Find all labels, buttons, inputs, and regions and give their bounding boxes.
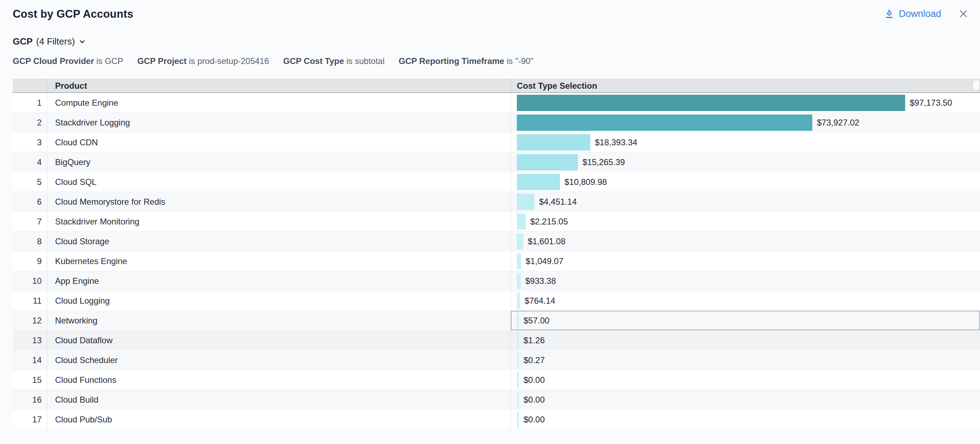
cost-bar [517, 273, 521, 289]
cost-value: $0.00 [523, 395, 545, 405]
close-button[interactable] [958, 8, 969, 20]
table-row: 16 Cloud Build $0.00 [13, 390, 980, 410]
header-product-cell[interactable]: Product [47, 79, 511, 92]
filter-condition: GCP Cost Type is subtotal [283, 56, 385, 66]
product-cell[interactable]: Cloud Storage [47, 232, 511, 251]
product-cell[interactable]: Stackdriver Logging [47, 113, 511, 132]
close-icon [958, 8, 969, 20]
condition-text: is subtotal [346, 56, 385, 66]
cost-bar [517, 134, 590, 150]
condition-field: GCP Cost Type [283, 56, 344, 66]
cost-cell[interactable]: $1,601.08 [511, 232, 980, 251]
row-index: 12 [13, 311, 47, 330]
cost-bar [517, 412, 519, 428]
cost-cell[interactable]: $10,809.98 [511, 172, 980, 192]
cost-cell[interactable]: $0.27 [511, 350, 980, 370]
row-index: 7 [13, 212, 47, 231]
modal-header: Cost by GCP Accounts Download [0, 0, 980, 21]
download-icon [884, 8, 894, 19]
cost-cell[interactable]: $73,927.02 [511, 113, 980, 132]
cost-value: $97,173.50 [910, 98, 952, 108]
cost-bar [517, 115, 812, 131]
cost-cell[interactable]: $1,049.07 [511, 251, 980, 271]
cost-cell[interactable]: $1.26 [511, 331, 980, 350]
cost-value: $933.38 [525, 276, 556, 286]
product-cell[interactable]: App Engine [47, 271, 511, 291]
cost-bar [517, 233, 523, 249]
row-index: 10 [13, 271, 47, 291]
product-cell[interactable]: Compute Engine [47, 93, 511, 112]
table-row: 9 Kubernetes Engine $1,049.07 [13, 251, 980, 271]
cost-cell[interactable]: $97,173.50 [511, 93, 980, 112]
cost-bar [517, 174, 560, 190]
table-row: 13 Cloud Dataflow $1.26 [13, 331, 980, 350]
product-cell[interactable]: Cloud Pub/Sub [47, 410, 511, 429]
header-actions: Download [884, 8, 969, 20]
cost-bar [517, 214, 526, 230]
page-title: Cost by GCP Accounts [13, 7, 134, 21]
row-index: 9 [13, 251, 47, 271]
cost-bar [517, 313, 519, 329]
cost-value: $10,809.98 [565, 177, 607, 187]
download-button[interactable]: Download [884, 8, 941, 19]
condition-field: GCP Reporting Timeframe [399, 56, 504, 66]
filter-group-label: GCP [13, 36, 32, 47]
row-index: 8 [13, 232, 47, 251]
product-cell[interactable]: Cloud Scheduler [47, 350, 511, 370]
product-cell[interactable]: Stackdriver Monitoring [47, 212, 511, 231]
product-cell[interactable]: Cloud Logging [47, 291, 511, 310]
cost-value: $4,451.14 [539, 197, 577, 207]
header-index-cell [13, 79, 47, 92]
product-cell[interactable]: Networking [47, 311, 511, 330]
cost-cell[interactable]: $4,451.14 [511, 192, 980, 211]
product-cell[interactable]: Cloud CDN [47, 133, 511, 152]
product-cell[interactable]: BigQuery [47, 152, 511, 172]
product-cell[interactable]: Cloud Dataflow [47, 331, 511, 350]
row-index: 3 [13, 133, 47, 152]
cost-cell[interactable]: $2,215.05 [511, 212, 980, 231]
cost-value: $1,601.08 [528, 236, 566, 246]
cost-cell[interactable]: $18,393.34 [511, 133, 980, 152]
filter-group-toggle[interactable]: GCP (4 Filters) [13, 36, 86, 47]
condition-field: GCP Cloud Provider [13, 56, 94, 66]
cost-value: $0.00 [523, 375, 545, 385]
filter-condition: GCP Cloud Provider is GCP [13, 56, 123, 66]
cost-cell[interactable]: $57.00 [511, 311, 980, 330]
table-row: 11 Cloud Logging $764.14 [13, 291, 980, 311]
table-row: 5 Cloud SQL $10,809.98 [13, 172, 980, 192]
cost-cell[interactable]: $15,265.39 [511, 152, 980, 172]
product-cell[interactable]: Cloud Memorystore for Redis [47, 192, 511, 211]
row-index: 13 [13, 331, 47, 350]
scrollbar-thumb[interactable] [973, 81, 979, 90]
filter-conditions: GCP Cloud Provider is GCP GCP Project is… [13, 56, 980, 66]
cost-cell[interactable]: $0.00 [511, 390, 980, 409]
condition-text: is prod-setup-205416 [189, 56, 269, 66]
filter-condition: GCP Reporting Timeframe is "-90" [399, 56, 533, 66]
table-row: 8 Cloud Storage $1,601.08 [13, 232, 980, 251]
header-cost-cell[interactable]: Cost Type Selection [511, 79, 980, 92]
cost-value: $73,927.02 [817, 118, 859, 128]
cost-value: $15,265.39 [582, 157, 625, 167]
cost-cell[interactable]: $933.38 [511, 271, 980, 291]
cost-bar [517, 293, 520, 309]
product-cell[interactable]: Cloud SQL [47, 172, 511, 192]
cost-cell[interactable]: $0.00 [511, 370, 980, 390]
cost-report-modal: Cost by GCP Accounts Download [0, 0, 980, 444]
table-row: 17 Cloud Pub/Sub $0.00 [13, 410, 980, 430]
product-cell[interactable]: Cloud Functions [47, 370, 511, 390]
cost-value: $2,215.05 [530, 217, 568, 227]
cost-cell[interactable]: $0.00 [511, 410, 980, 429]
table-row: 14 Cloud Scheduler $0.27 [13, 350, 980, 370]
product-cell[interactable]: Cloud Build [47, 390, 511, 409]
condition-text: is GCP [96, 56, 123, 66]
cost-cell[interactable]: $764.14 [511, 291, 980, 310]
cost-bar [517, 95, 905, 111]
table-row: 10 App Engine $933.38 [13, 271, 980, 291]
row-index: 1 [13, 93, 47, 112]
cost-value: $18,393.34 [595, 137, 637, 147]
condition-text: is "-90" [507, 56, 533, 66]
row-index: 2 [13, 113, 47, 132]
condition-field: GCP Project [137, 56, 187, 66]
cost-bar [517, 372, 519, 388]
product-cell[interactable]: Kubernetes Engine [47, 251, 511, 271]
